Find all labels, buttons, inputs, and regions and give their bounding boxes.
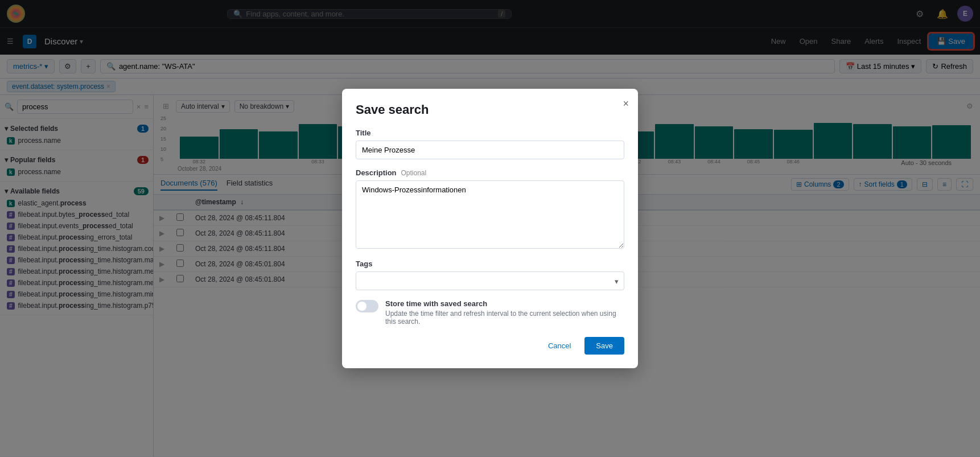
store-time-toggle-row: Store time with saved search Update the … xyxy=(356,299,624,326)
tags-label: Tags xyxy=(356,260,624,268)
cancel-button[interactable]: Cancel xyxy=(540,337,579,355)
modal-title: Save search xyxy=(356,102,624,117)
toggle-text-area: Store time with saved search Update the … xyxy=(385,299,624,326)
title-input[interactable] xyxy=(356,141,624,159)
toggle-label: Store time with saved search xyxy=(385,299,624,308)
tags-select[interactable] xyxy=(356,271,624,290)
toggle-description: Update the time filter and refresh inter… xyxy=(385,310,624,326)
save-search-modal: × Save search Title Description Optional… xyxy=(342,89,638,368)
store-time-toggle[interactable] xyxy=(356,300,378,312)
modal-close-button[interactable]: × xyxy=(623,98,629,110)
tags-field: Tags ▾ xyxy=(356,260,624,290)
modal-footer: Cancel Save xyxy=(356,337,624,355)
toggle-slider xyxy=(356,300,378,312)
tags-select-wrapper: ▾ xyxy=(356,271,624,290)
description-label: Description Optional xyxy=(356,168,624,177)
modal-save-button[interactable]: Save xyxy=(584,337,624,355)
title-field: Title xyxy=(356,129,624,159)
optional-label: Optional xyxy=(401,169,427,177)
description-field: Description Optional Windows-Prozessinfo… xyxy=(356,168,624,250)
title-label: Title xyxy=(356,129,624,137)
modal-overlay[interactable]: × Save search Title Description Optional… xyxy=(0,0,980,456)
description-textarea[interactable]: Windows-Prozessinformationen xyxy=(356,180,624,249)
